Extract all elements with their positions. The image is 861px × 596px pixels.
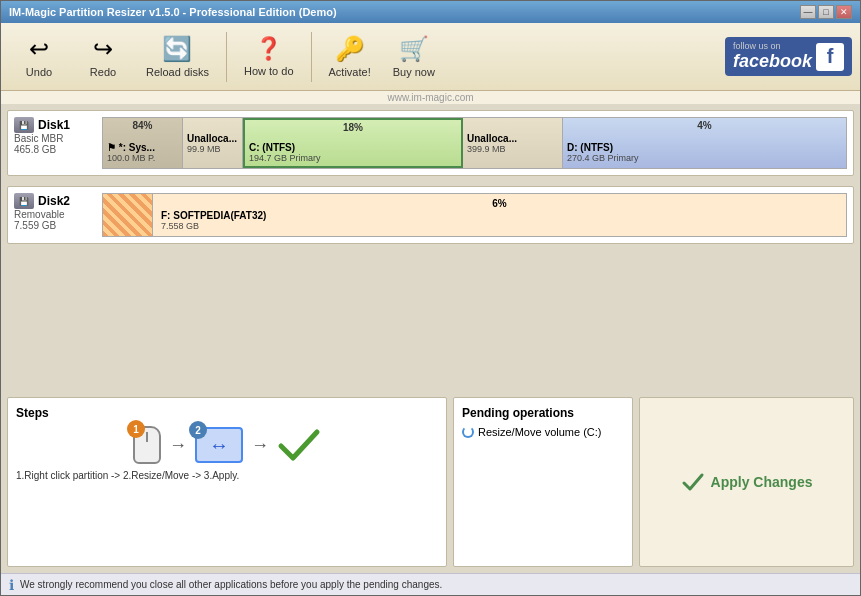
undo-label: Undo bbox=[26, 66, 52, 78]
unalloc2-label: Unalloca... bbox=[467, 133, 558, 144]
partition-c[interactable]: 18% C: (NTFS) 194.7 GB Primary bbox=[243, 118, 463, 168]
howto-label: How to do bbox=[244, 65, 294, 77]
steps-title: Steps bbox=[16, 406, 438, 420]
disk1-partition-bar: 84% ⚑ *: Sys... 100.0 MB P. Unalloca... … bbox=[102, 117, 847, 169]
disk1-size: 465.8 GB bbox=[14, 144, 94, 155]
d-percent: 4% bbox=[697, 120, 711, 131]
close-button[interactable]: ✕ bbox=[836, 5, 852, 19]
watermark: www.im-magic.com bbox=[1, 91, 860, 104]
apply-changes-button[interactable]: Apply Changes bbox=[665, 460, 829, 504]
pending-item-0: Resize/Move volume (C:) bbox=[462, 426, 624, 438]
d-label: D: (NTFS) bbox=[567, 142, 842, 153]
disk1-type: Basic MBR bbox=[14, 133, 94, 144]
partition-unalloc1[interactable]: Unalloca... 99.9 MB bbox=[183, 118, 243, 168]
sys-sublabel: 100.0 MB P. bbox=[107, 153, 178, 163]
steps-panel: Steps 1 → 2 ↔ → bbox=[7, 397, 447, 567]
disk1-panel: 💾 Disk1 Basic MBR 465.8 GB 84% ⚑ *: Sys.… bbox=[7, 110, 854, 176]
activate-icon: 🔑 bbox=[335, 35, 365, 63]
pending-title: Pending operations bbox=[462, 406, 624, 420]
infobar-message: We strongly recommend you close all othe… bbox=[20, 579, 442, 590]
separator-1 bbox=[226, 32, 227, 82]
disk2-header: 💾 Disk2 Removable 7.559 GB 6% F: SOFTPED… bbox=[14, 193, 847, 237]
reload-label: Reload disks bbox=[146, 66, 209, 78]
reload-button[interactable]: 🔄 Reload disks bbox=[137, 29, 218, 85]
c-label: C: (NTFS) bbox=[249, 142, 457, 153]
window-title: IM-Magic Partition Resizer v1.5.0 - Prof… bbox=[9, 6, 337, 18]
cart-icon: 🛒 bbox=[399, 35, 429, 63]
disk2-icon: 💾 bbox=[14, 193, 34, 209]
step2-badge: 2 bbox=[189, 421, 207, 439]
unalloc1-label: Unalloca... bbox=[187, 133, 238, 144]
reload-icon: 🔄 bbox=[162, 35, 192, 63]
activate-label: Activate! bbox=[329, 66, 371, 78]
arrow1: → bbox=[169, 435, 187, 456]
facebook-icon: f bbox=[816, 43, 844, 71]
step2-icon: 2 ↔ bbox=[195, 427, 243, 463]
partition-sys[interactable]: 84% ⚑ *: Sys... 100.0 MB P. bbox=[103, 118, 183, 168]
disk2-panel: 💾 Disk2 Removable 7.559 GB 6% F: SOFTPED… bbox=[7, 186, 854, 244]
window-controls[interactable]: — □ ✕ bbox=[800, 5, 852, 19]
disk1-info: 💾 Disk1 Basic MBR 465.8 GB bbox=[14, 117, 94, 155]
c-percent: 18% bbox=[343, 122, 363, 133]
c-sublabel: 194.7 GB Primary bbox=[249, 153, 457, 163]
steps-description: 1.Right click partition -> 2.Resize/Move… bbox=[16, 470, 438, 481]
apply-check-icon bbox=[681, 470, 705, 494]
undo-button[interactable]: ↩ Undo bbox=[9, 29, 69, 85]
title-bar: IM-Magic Partition Resizer v1.5.0 - Prof… bbox=[1, 1, 860, 23]
unalloc2-sublabel: 399.9 MB bbox=[467, 144, 558, 154]
disk1-label: 💾 Disk1 bbox=[14, 117, 94, 133]
buynow-button[interactable]: 🛒 Buy now bbox=[384, 29, 444, 85]
redo-button[interactable]: ↪ Redo bbox=[73, 29, 133, 85]
apply-label: Apply Changes bbox=[711, 474, 813, 490]
partition-f-main[interactable]: 6% F: SOFTPEDIA(FAT32) 7.558 GB bbox=[153, 194, 846, 236]
activate-button[interactable]: 🔑 Activate! bbox=[320, 29, 380, 85]
howto-button[interactable]: ❓ How to do bbox=[235, 29, 303, 85]
step3-icon bbox=[277, 426, 321, 464]
toolbar: ↩ Undo ↪ Redo 🔄 Reload disks ❓ How to do… bbox=[1, 23, 860, 91]
disk2-type: Removable bbox=[14, 209, 94, 220]
step1-icon: 1 bbox=[133, 426, 161, 464]
facebook-badge[interactable]: follow us on facebook f bbox=[725, 37, 852, 76]
disk1-header: 💾 Disk1 Basic MBR 465.8 GB 84% ⚑ *: Sys.… bbox=[14, 117, 847, 169]
fb-name-text: facebook bbox=[733, 51, 812, 72]
disk2-label: 💾 Disk2 bbox=[14, 193, 94, 209]
bottom-wrapper: Steps 1 → 2 ↔ → bbox=[7, 397, 854, 567]
spinner-icon bbox=[462, 426, 474, 438]
sys-percent: 84% bbox=[132, 120, 152, 131]
content-area: 💾 Disk1 Basic MBR 465.8 GB 84% ⚑ *: Sys.… bbox=[1, 104, 860, 573]
pending-panel: Pending operations Resize/Move volume (C… bbox=[453, 397, 633, 567]
disk2-partition-bar: 6% F: SOFTPEDIA(FAT32) 7.558 GB bbox=[102, 193, 847, 237]
f-sublabel: 7.558 GB bbox=[161, 221, 266, 231]
step1-badge: 1 bbox=[127, 420, 145, 438]
partition-d[interactable]: 4% D: (NTFS) 270.4 GB Primary bbox=[563, 118, 846, 168]
arrow2: → bbox=[251, 435, 269, 456]
f-label: F: SOFTPEDIA(FAT32) bbox=[161, 210, 266, 221]
undo-icon: ↩ bbox=[29, 35, 49, 63]
apply-panel: Apply Changes bbox=[639, 397, 854, 567]
disk2-info: 💾 Disk2 Removable 7.559 GB bbox=[14, 193, 94, 231]
minimize-button[interactable]: — bbox=[800, 5, 816, 19]
unalloc1-sublabel: 99.9 MB bbox=[187, 144, 238, 154]
info-icon: ℹ bbox=[9, 577, 14, 593]
pending-item-text: Resize/Move volume (C:) bbox=[478, 426, 601, 438]
maximize-button[interactable]: □ bbox=[818, 5, 834, 19]
partition-unalloc2[interactable]: Unalloca... 399.9 MB bbox=[463, 118, 563, 168]
buynow-label: Buy now bbox=[393, 66, 435, 78]
steps-visual: 1 → 2 ↔ → bbox=[16, 426, 438, 464]
fb-follow-text: follow us on bbox=[733, 41, 812, 51]
d-sublabel: 270.4 GB Primary bbox=[567, 153, 842, 163]
info-bar: ℹ We strongly recommend you close all ot… bbox=[1, 573, 860, 595]
disk1-icon: 💾 bbox=[14, 117, 34, 133]
main-spacer bbox=[7, 254, 854, 393]
redo-icon: ↪ bbox=[93, 35, 113, 63]
sys-label: ⚑ *: Sys... bbox=[107, 142, 178, 153]
checkmark-icon bbox=[277, 426, 321, 464]
redo-label: Redo bbox=[90, 66, 116, 78]
disk2-size: 7.559 GB bbox=[14, 220, 94, 231]
partition-f-stripe[interactable] bbox=[103, 194, 153, 236]
help-icon: ❓ bbox=[255, 36, 282, 62]
separator-2 bbox=[311, 32, 312, 82]
